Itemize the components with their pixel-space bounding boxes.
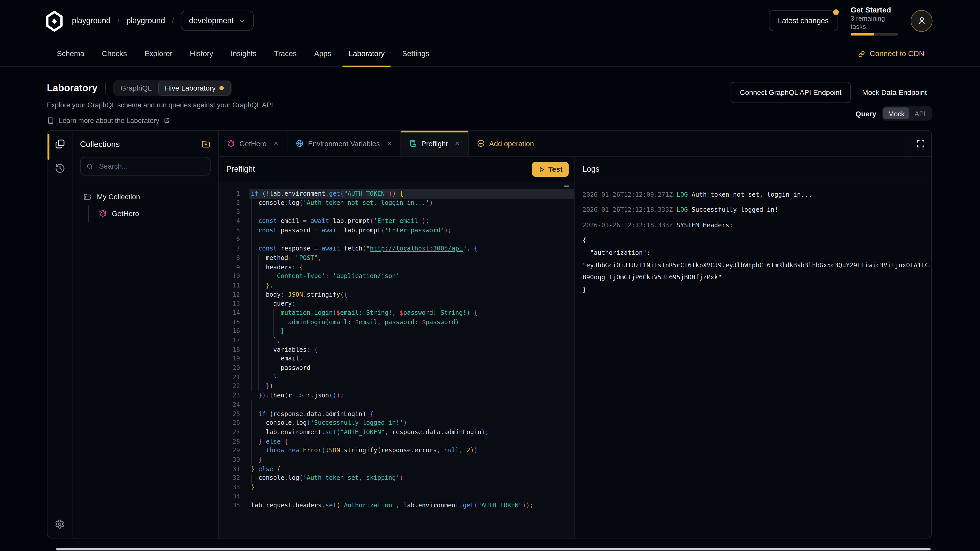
breadcrumb-org[interactable]: playground	[72, 16, 110, 25]
target-selector-label: development	[189, 16, 234, 25]
nav-tab-history[interactable]: History	[181, 41, 222, 66]
code-line: 35lab.request.headers.set('Authorization…	[219, 501, 574, 510]
code-text: }	[251, 455, 262, 465]
mock-data-endpoint-button[interactable]: Mock Data Endpoint	[862, 89, 927, 96]
collections-icon[interactable]	[54, 139, 65, 149]
hive-logo-icon[interactable]	[44, 11, 65, 32]
operation-tab-preflight[interactable]: Preflight✕	[401, 130, 469, 156]
code-text: if (!lab.environment.get("AUTH_TOKEN")) …	[251, 189, 403, 198]
line-number: 2	[219, 198, 240, 208]
line-number: 13	[219, 300, 240, 309]
log-entry: 2026-01-26T12:12:09.271Z LOG Auth token …	[582, 189, 931, 201]
collections-search[interactable]	[80, 157, 210, 176]
test-button[interactable]: Test	[532, 162, 569, 177]
code-text: query: `	[251, 300, 303, 309]
line-number: 5	[219, 226, 240, 235]
code-line: 30 }	[219, 455, 574, 465]
search-input[interactable]	[98, 162, 204, 170]
mode-option-graphiql[interactable]: GraphiQL	[115, 81, 158, 95]
notification-dot	[832, 8, 840, 16]
query-target-mock[interactable]: Mock	[883, 107, 910, 119]
code-line: 21 }	[219, 373, 574, 382]
nav-tab-traces[interactable]: Traces	[265, 41, 305, 66]
line-number: 25	[219, 410, 240, 419]
horizontal-scrollbar[interactable]	[56, 548, 931, 550]
new-collection-icon[interactable]	[201, 139, 211, 148]
learn-more-link[interactable]: Learn more about the Laboratory	[47, 117, 275, 124]
close-icon[interactable]: ✕	[387, 140, 392, 147]
learn-more-label: Learn more about the Laboratory	[59, 117, 159, 124]
code-line: 22 })	[219, 382, 574, 391]
code-text: lab.request.headers.set('Authorization',…	[251, 501, 533, 510]
operation-tab-gethero[interactable]: GetHero✕	[219, 130, 287, 156]
nav-tab-explorer[interactable]: Explorer	[136, 41, 181, 66]
nav-tab-settings[interactable]: Settings	[393, 41, 438, 66]
mode-option-label: Hive Laboratory	[165, 84, 216, 92]
collection-operation-row[interactable]: GetHero	[93, 205, 213, 222]
collection-operation-label: GetHero	[112, 210, 139, 217]
line-number: 4	[219, 217, 240, 226]
collection-folder-label: My Collection	[97, 193, 140, 200]
code-text: variables: {	[251, 345, 318, 354]
app-window: playground / playground / development La…	[0, 0, 980, 551]
code-text: body: JSON.stringify({	[251, 290, 348, 300]
history-icon[interactable]	[54, 163, 65, 174]
code-line: 34	[219, 492, 574, 501]
target-selector[interactable]: development	[181, 11, 254, 30]
nav-tab-insights[interactable]: Insights	[222, 41, 266, 66]
beta-dot	[220, 86, 224, 90]
latest-changes-button[interactable]: Latest changes	[768, 10, 838, 31]
close-icon[interactable]: ✕	[273, 140, 279, 147]
collections-tree: My Collection GetHero	[73, 183, 218, 538]
log-timestamp: 2026-01-26T12:12:18.333Z	[582, 222, 673, 229]
code-line: 24	[219, 400, 574, 410]
get-started-widget[interactable]: Get Started 3 remaining tasks	[851, 6, 898, 36]
left-icon-rail	[48, 130, 73, 538]
code-line: 4 const email = await lab.prompt('Enter …	[219, 217, 574, 226]
breadcrumb-separator: /	[172, 16, 174, 25]
code-text: const response = await fetch("http://loc…	[251, 245, 477, 254]
operation-tab-label: Preflight	[422, 140, 448, 147]
connect-graphql-endpoint-button[interactable]: Connect GraphQL API Endpoint	[730, 82, 851, 103]
fold-handle-icon[interactable]	[564, 186, 570, 187]
collection-folder-row[interactable]: My Collection	[78, 188, 213, 205]
folder-open-icon	[83, 192, 92, 201]
code-line: 18 variables: {	[219, 345, 574, 354]
user-avatar[interactable]	[911, 10, 932, 32]
add-operation-button[interactable]: Add operation	[477, 130, 534, 156]
fullscreen-button[interactable]	[909, 130, 931, 156]
nav-tab-apps[interactable]: Apps	[305, 41, 340, 66]
page-title: Laboratory	[47, 83, 97, 94]
code-line: 14 mutation Login($email: String!, $pass…	[219, 309, 574, 318]
mock-data-endpoint-label: Mock Data Endpoint	[862, 89, 927, 96]
log-timestamp: 2026-01-26T12:12:09.271Z	[582, 191, 673, 198]
log-json-line: "authorization":	[582, 247, 931, 259]
code-text: 'Content-Type': 'application/json'	[251, 272, 399, 281]
collections-title: Collections	[80, 139, 120, 148]
connect-to-cdn-link[interactable]: Connect to CDN	[857, 41, 924, 66]
line-number: 29	[219, 446, 240, 455]
operation-tab-label: GetHero	[239, 140, 266, 147]
query-target-api[interactable]: API	[910, 107, 931, 119]
nav-tab-schema[interactable]: Schema	[48, 41, 93, 66]
settings-gear-icon[interactable]	[54, 519, 65, 530]
operation-tab-environment-variables[interactable]: Environment Variables✕	[287, 130, 401, 156]
code-text: console.log('Auth token set, skipping')	[251, 474, 403, 483]
breadcrumb: playground / playground / development	[72, 0, 254, 41]
nav-tab-checks[interactable]: Checks	[93, 41, 136, 66]
breadcrumb-project[interactable]: playground	[126, 16, 165, 25]
connect-to-cdn-label: Connect to CDN	[870, 49, 924, 58]
link-icon	[857, 50, 865, 58]
line-number: 17	[219, 336, 240, 345]
code-line: 8 method: "POST",	[219, 254, 574, 263]
editor-mode-toggle: GraphiQL Hive Laboratory	[113, 80, 231, 96]
close-icon[interactable]: ✕	[455, 140, 460, 147]
line-number: 28	[219, 437, 240, 446]
preflight-code-editor[interactable]: 1if (!lab.environment.get("AUTH_TOKEN"))…	[219, 183, 575, 538]
code-line: 3	[219, 208, 574, 217]
nav-tab-laboratory[interactable]: Laboratory	[340, 41, 393, 66]
code-text: }	[251, 483, 255, 492]
line-number: 22	[219, 382, 240, 391]
code-line: 11 },	[219, 281, 574, 290]
mode-option-hive-laboratory[interactable]: Hive Laboratory	[158, 81, 230, 96]
